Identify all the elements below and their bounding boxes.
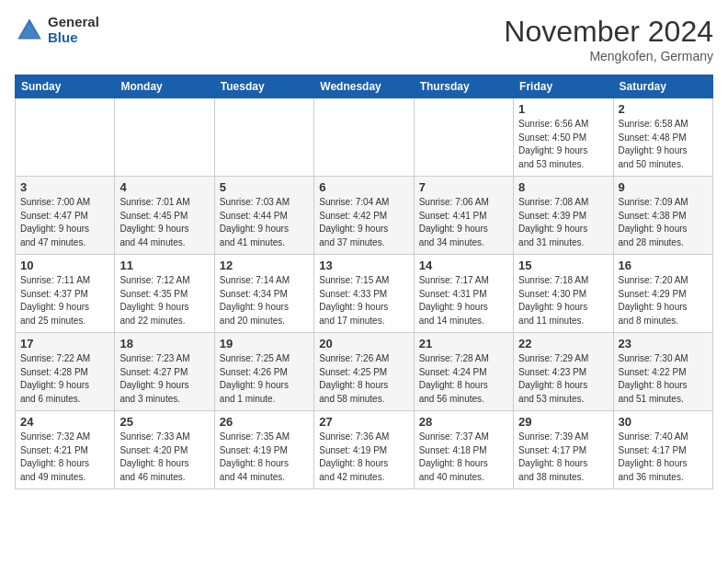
header-monday: Monday (115, 75, 214, 98)
calendar-cell: 1Sunrise: 6:56 AM Sunset: 4:50 PM Daylig… (514, 98, 613, 177)
header-friday: Friday (514, 75, 613, 98)
day-info: Sunrise: 7:12 AM Sunset: 4:35 PM Dayligh… (119, 274, 209, 327)
calendar-cell: 3Sunrise: 7:00 AM Sunset: 4:47 PM Daylig… (16, 177, 115, 255)
week-row-4: 24Sunrise: 7:32 AM Sunset: 4:21 PM Dayli… (16, 411, 713, 489)
day-number: 26 (220, 415, 309, 429)
calendar-cell: 25Sunrise: 7:33 AM Sunset: 4:20 PM Dayli… (115, 411, 214, 489)
day-info: Sunrise: 7:39 AM Sunset: 4:17 PM Dayligh… (518, 431, 608, 484)
calendar-cell: 19Sunrise: 7:25 AM Sunset: 4:26 PM Dayli… (214, 333, 313, 411)
day-number: 25 (119, 415, 209, 429)
day-number: 6 (319, 180, 408, 194)
calendar-cell: 8Sunrise: 7:08 AM Sunset: 4:39 PM Daylig… (514, 177, 613, 255)
day-number: 18 (119, 337, 209, 350)
day-number: 29 (518, 415, 608, 429)
calendar-cell: 4Sunrise: 7:01 AM Sunset: 4:45 PM Daylig… (115, 177, 214, 255)
calendar-cell: 10Sunrise: 7:11 AM Sunset: 4:37 PM Dayli… (16, 255, 115, 333)
calendar-cell: 17Sunrise: 7:22 AM Sunset: 4:28 PM Dayli… (16, 333, 115, 411)
day-info: Sunrise: 7:04 AM Sunset: 4:42 PM Dayligh… (319, 196, 408, 249)
day-info: Sunrise: 7:26 AM Sunset: 4:25 PM Dayligh… (319, 352, 408, 406)
day-number: 19 (220, 337, 309, 350)
calendar-cell: 21Sunrise: 7:28 AM Sunset: 4:24 PM Dayli… (414, 333, 513, 411)
header-wednesday: Wednesday (314, 75, 414, 98)
week-row-2: 10Sunrise: 7:11 AM Sunset: 4:37 PM Dayli… (16, 255, 713, 333)
calendar-cell: 22Sunrise: 7:29 AM Sunset: 4:23 PM Dayli… (514, 333, 613, 411)
day-info: Sunrise: 7:11 AM Sunset: 4:37 PM Dayligh… (20, 274, 109, 327)
calendar-cell: 29Sunrise: 7:39 AM Sunset: 4:17 PM Dayli… (514, 411, 613, 489)
calendar-cell: 26Sunrise: 7:35 AM Sunset: 4:19 PM Dayli… (214, 411, 313, 489)
calendar-cell: 12Sunrise: 7:14 AM Sunset: 4:34 PM Dayli… (214, 255, 313, 333)
calendar-cell: 5Sunrise: 7:03 AM Sunset: 4:44 PM Daylig… (214, 177, 313, 255)
day-info: Sunrise: 7:23 AM Sunset: 4:27 PM Dayligh… (119, 352, 209, 406)
calendar-cell: 7Sunrise: 7:06 AM Sunset: 4:41 PM Daylig… (414, 177, 513, 255)
calendar-cell (314, 98, 414, 177)
day-number: 5 (220, 180, 309, 194)
calendar-table: SundayMondayTuesdayWednesdayThursdayFrid… (15, 75, 713, 489)
day-number: 27 (319, 415, 408, 429)
day-info: Sunrise: 7:01 AM Sunset: 4:45 PM Dayligh… (119, 196, 209, 249)
calendar-cell (16, 98, 115, 177)
logo: General Blue (15, 15, 99, 45)
title-block: November 2024 Mengkofen, Germany (504, 15, 713, 63)
logo-icon (15, 16, 44, 45)
day-number: 16 (619, 259, 708, 272)
calendar-cell (115, 98, 214, 177)
calendar-cell: 15Sunrise: 7:18 AM Sunset: 4:30 PM Dayli… (514, 255, 613, 333)
header-tuesday: Tuesday (214, 75, 313, 98)
day-number: 13 (319, 259, 408, 272)
location: Mengkofen, Germany (504, 49, 713, 63)
page-header: General Blue November 2024 Mengkofen, Ge… (15, 15, 713, 63)
header-sunday: Sunday (16, 75, 115, 98)
day-info: Sunrise: 7:14 AM Sunset: 4:34 PM Dayligh… (220, 274, 309, 327)
day-number: 7 (419, 180, 508, 194)
day-number: 30 (619, 415, 708, 429)
day-number: 3 (20, 180, 109, 194)
calendar-cell: 27Sunrise: 7:36 AM Sunset: 4:19 PM Dayli… (314, 411, 414, 489)
day-number: 1 (518, 102, 608, 116)
day-info: Sunrise: 7:03 AM Sunset: 4:44 PM Dayligh… (220, 196, 309, 249)
day-info: Sunrise: 7:22 AM Sunset: 4:28 PM Dayligh… (20, 352, 109, 406)
day-number: 8 (518, 180, 608, 194)
calendar-cell: 6Sunrise: 7:04 AM Sunset: 4:42 PM Daylig… (314, 177, 414, 255)
calendar-cell (214, 98, 313, 177)
day-number: 12 (220, 259, 309, 272)
logo-text: General Blue (48, 15, 99, 45)
day-info: Sunrise: 7:30 AM Sunset: 4:22 PM Dayligh… (619, 352, 708, 406)
day-info: Sunrise: 7:17 AM Sunset: 4:31 PM Dayligh… (419, 274, 508, 327)
calendar-cell (414, 98, 513, 177)
day-number: 9 (619, 180, 708, 194)
calendar-cell: 2Sunrise: 6:58 AM Sunset: 4:48 PM Daylig… (613, 98, 712, 177)
header-saturday: Saturday (613, 75, 712, 98)
calendar-cell: 16Sunrise: 7:20 AM Sunset: 4:29 PM Dayli… (613, 255, 712, 333)
logo-general: General (48, 15, 99, 30)
week-row-0: 1Sunrise: 6:56 AM Sunset: 4:50 PM Daylig… (16, 98, 713, 177)
header-row: SundayMondayTuesdayWednesdayThursdayFrid… (16, 75, 713, 98)
day-info: Sunrise: 7:20 AM Sunset: 4:29 PM Dayligh… (619, 274, 708, 327)
day-info: Sunrise: 7:35 AM Sunset: 4:19 PM Dayligh… (220, 431, 309, 484)
day-info: Sunrise: 7:15 AM Sunset: 4:33 PM Dayligh… (319, 274, 408, 327)
day-info: Sunrise: 7:25 AM Sunset: 4:26 PM Dayligh… (220, 352, 309, 406)
day-number: 22 (518, 337, 608, 350)
day-number: 10 (20, 259, 109, 272)
day-number: 11 (119, 259, 209, 272)
day-info: Sunrise: 7:28 AM Sunset: 4:24 PM Dayligh… (419, 352, 508, 406)
day-info: Sunrise: 7:37 AM Sunset: 4:18 PM Dayligh… (419, 431, 508, 484)
calendar-cell: 20Sunrise: 7:26 AM Sunset: 4:25 PM Dayli… (314, 333, 414, 411)
logo-blue: Blue (48, 30, 99, 46)
day-info: Sunrise: 7:08 AM Sunset: 4:39 PM Dayligh… (518, 196, 608, 249)
week-row-3: 17Sunrise: 7:22 AM Sunset: 4:28 PM Dayli… (16, 333, 713, 411)
week-row-1: 3Sunrise: 7:00 AM Sunset: 4:47 PM Daylig… (16, 177, 713, 255)
day-number: 24 (20, 415, 109, 429)
day-number: 20 (319, 337, 408, 350)
day-number: 28 (419, 415, 508, 429)
day-info: Sunrise: 7:00 AM Sunset: 4:47 PM Dayligh… (20, 196, 109, 249)
day-info: Sunrise: 7:32 AM Sunset: 4:21 PM Dayligh… (20, 431, 109, 484)
month-title: November 2024 (504, 15, 713, 49)
calendar-cell: 13Sunrise: 7:15 AM Sunset: 4:33 PM Dayli… (314, 255, 414, 333)
header-thursday: Thursday (414, 75, 513, 98)
calendar-cell: 30Sunrise: 7:40 AM Sunset: 4:17 PM Dayli… (613, 411, 712, 489)
calendar-cell: 24Sunrise: 7:32 AM Sunset: 4:21 PM Dayli… (16, 411, 115, 489)
day-info: Sunrise: 7:18 AM Sunset: 4:30 PM Dayligh… (518, 274, 608, 327)
day-info: Sunrise: 7:29 AM Sunset: 4:23 PM Dayligh… (518, 352, 608, 406)
day-info: Sunrise: 7:40 AM Sunset: 4:17 PM Dayligh… (619, 431, 708, 484)
day-number: 4 (119, 180, 209, 194)
